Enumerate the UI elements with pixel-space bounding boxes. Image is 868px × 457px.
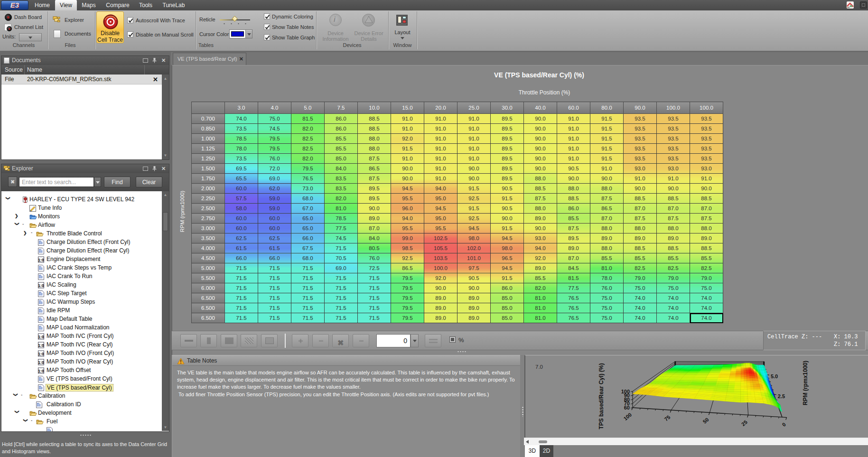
svg-text:50: 50	[702, 417, 710, 425]
svg-text:1:0: 1:0	[38, 258, 44, 262]
svg-text:wi: wi	[847, 6, 850, 9]
svg-text:75: 75	[663, 414, 671, 422]
svg-text:1:0: 1:0	[38, 352, 44, 356]
svg-text:1:0: 1:0	[38, 343, 44, 348]
svg-text:5.0: 5.0	[771, 373, 778, 379]
svg-text:7.0: 7.0	[535, 364, 543, 370]
svg-text:1:0: 1:0	[38, 335, 44, 339]
svg-text:TPS based/Rear Cyl) (%): TPS based/Rear Cyl) (%)	[598, 363, 605, 429]
svg-text:100: 100	[623, 411, 633, 421]
svg-text:RPM (rpmx1000): RPM (rpmx1000)	[802, 361, 809, 405]
svg-text:!: !	[180, 359, 181, 364]
svg-text:0: 0	[781, 421, 787, 428]
svg-text:1:0: 1:0	[38, 283, 44, 288]
svg-text:1:0: 1:0	[38, 369, 44, 373]
svg-text:1:0: 1:0	[38, 360, 44, 365]
svg-text:2.5: 2.5	[778, 393, 785, 399]
svg-text:25: 25	[740, 419, 748, 427]
svg-text:100: 100	[621, 389, 630, 394]
